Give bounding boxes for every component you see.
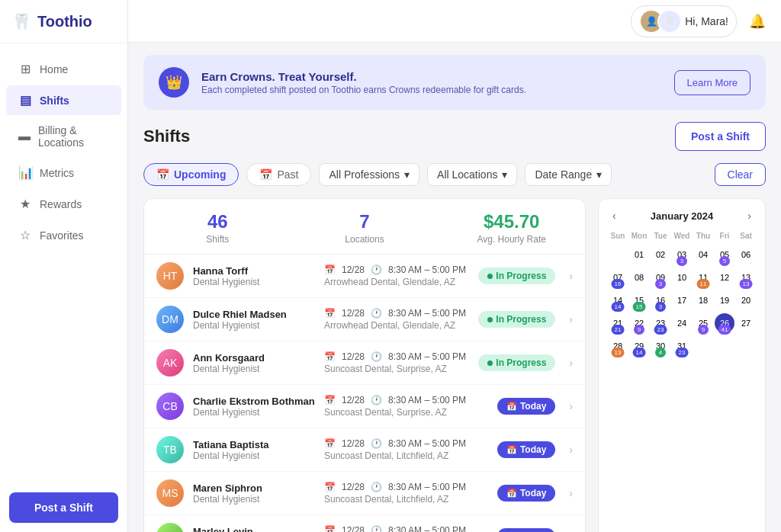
shift-avatar: MS: [156, 479, 184, 507]
cal-badge: 23: [676, 348, 689, 357]
cal-cell[interactable]: 2641: [715, 313, 734, 333]
bell-icon[interactable]: 🔔: [749, 13, 766, 30]
badge-cal-icon: 📅: [506, 445, 517, 455]
shift-row[interactable]: ML Marley Levin Dental Hygienist 📅 12/28…: [144, 515, 585, 532]
shift-status: In Progress: [478, 311, 555, 328]
shift-status: 📅Today: [497, 485, 555, 502]
shift-row[interactable]: MS Maren Siphron Dental Hygienist 📅 12/2…: [144, 472, 585, 515]
cal-cell[interactable]: 02: [651, 245, 670, 264]
main-area: 👤 🦷 Hi, Mara! 🔔 👑 Earn Crowns. Treat You…: [128, 0, 781, 532]
topbar: 👤 🦷 Hi, Mara! 🔔: [128, 0, 781, 43]
cal-cell[interactable]: 27: [736, 313, 756, 333]
cal-cell[interactable]: 10: [672, 268, 692, 287]
cal-cell[interactable]: 2121: [608, 313, 628, 333]
calendar-prev-button[interactable]: ‹: [608, 208, 621, 223]
chevron-down-date: ▾: [596, 168, 602, 181]
cal-cell[interactable]: 20: [736, 290, 756, 310]
hi-text: Hi, Mara!: [685, 15, 728, 27]
date-range-dropdown[interactable]: Date Range ▾: [525, 163, 612, 186]
calendar-icon: 📅: [324, 482, 336, 492]
cal-cell[interactable]: 12: [715, 268, 734, 287]
sidebar-item-rewards[interactable]: ★ Rewards: [6, 189, 121, 219]
cal-badge: 9: [698, 325, 709, 335]
cal-cell[interactable]: 055: [715, 245, 734, 264]
sidebar-item-favorites[interactable]: ☆ Favorites: [6, 220, 121, 250]
clear-button[interactable]: Clear: [715, 163, 766, 186]
cal-cell[interactable]: 01: [629, 245, 649, 264]
crown-icon: 👑: [159, 67, 189, 98]
tab-upcoming[interactable]: 📅 Upcoming: [143, 163, 239, 186]
cal-cell[interactable]: 06: [736, 245, 756, 264]
status-badge: 📅Today: [497, 441, 555, 458]
cal-cell[interactable]: 093: [651, 268, 670, 287]
shift-avatar: CB: [156, 393, 184, 420]
shift-row[interactable]: AK Ann Korsgaard Dental Hygienist 📅 12/2…: [144, 341, 585, 385]
cal-cell[interactable]: 0716: [608, 268, 628, 287]
cal-cell[interactable]: 2813: [608, 336, 628, 356]
sidebar-item-home[interactable]: ⊞ Home: [6, 54, 121, 84]
badge-cal-icon: 📅: [506, 489, 517, 498]
calendar-icon: 📅: [324, 351, 336, 362]
cal-cell[interactable]: 2323: [651, 313, 670, 333]
clock-icon: 🕐: [371, 438, 382, 449]
cal-cell[interactable]: 19: [715, 290, 734, 310]
chevron-down-profession: ▾: [404, 168, 410, 181]
calendar-month-year: January 2024: [651, 210, 713, 222]
cal-badge: 3: [655, 279, 666, 289]
badge-cal-icon: 📅: [506, 402, 517, 412]
cal-cell[interactable]: 04: [693, 245, 713, 264]
shift-row[interactable]: TB Tatiana Baptista Dental Hygienist 📅 1…: [144, 428, 585, 472]
shift-row[interactable]: CB Charlie Ekstrom Bothman Dental Hygien…: [144, 385, 585, 428]
status-badge: 📅Today: [497, 398, 555, 415]
cal-cell[interactable]: 229: [629, 313, 649, 333]
shift-row[interactable]: HT Hanna Torff Dental Hygienist 📅 12/28 …: [144, 255, 585, 298]
shift-person: Ann Korsgaard Dental Hygienist: [193, 352, 315, 374]
user-area: 👤 🦷 Hi, Mara! 🔔: [631, 5, 766, 37]
user-pill[interactable]: 👤 🦷 Hi, Mara!: [631, 5, 737, 37]
cal-cell[interactable]: 3123: [672, 336, 692, 356]
sidebar-nav: ⊞ Home ▤ Shifts ▬ Billing & Locations 📊 …: [0, 43, 127, 483]
shift-status: 📅Today: [497, 441, 555, 458]
cal-badge: 9: [634, 325, 644, 335]
shift-details: 📅 12/28 🕐 8:30 AM – 5:00 PM Suncoast Den…: [324, 351, 469, 374]
shift-row[interactable]: DM Dulce Rhiel Madsen Dental Hygienist 📅…: [144, 298, 585, 341]
learn-more-button[interactable]: Learn More: [674, 70, 750, 95]
sidebar-item-metrics-label: Metrics: [40, 167, 74, 179]
logo-text: Toothio: [37, 13, 92, 30]
cal-cell[interactable]: 08: [629, 268, 649, 287]
sidebar-item-billing[interactable]: ▬ Billing & Locations: [6, 117, 121, 156]
cal-cell[interactable]: 1515: [629, 290, 649, 310]
cal-badge: 3: [655, 302, 666, 312]
cal-cell[interactable]: 1313: [736, 268, 756, 287]
shifts-header: Shifts Post a Shift: [143, 122, 766, 151]
shift-person: Charlie Ekstrom Bothman Dental Hygienist: [193, 396, 315, 418]
sidebar-item-favorites-label: Favorites: [40, 229, 84, 242]
sidebar-item-home-label: Home: [40, 63, 68, 75]
profession-dropdown[interactable]: All Professions ▾: [319, 163, 419, 186]
calendar-icon: 📅: [324, 308, 336, 319]
rewards-icon: ★: [18, 197, 32, 211]
tab-past[interactable]: 📅 Past: [246, 163, 311, 186]
cal-cell[interactable]: 163: [651, 290, 670, 310]
post-shift-button[interactable]: Post a Shift: [675, 122, 766, 151]
cal-cell[interactable]: 304: [651, 336, 670, 356]
cal-cell[interactable]: 2914: [629, 336, 649, 356]
shift-location: Arrowhead Dental, Glendale, AZ: [324, 320, 469, 331]
status-dot: [487, 317, 493, 322]
cal-cell[interactable]: 033: [672, 245, 692, 264]
cal-cell[interactable]: 1111: [693, 268, 713, 287]
cal-cell[interactable]: 24: [672, 313, 692, 333]
location-dropdown[interactable]: All Locations ▾: [427, 163, 517, 186]
cal-cell[interactable]: 1414: [608, 290, 628, 310]
shift-role: Dental Hygienist: [193, 320, 315, 331]
cal-badge: 21: [612, 325, 625, 335]
calendar-next-button[interactable]: ›: [743, 208, 756, 223]
sidebar-post-shift-button[interactable]: Post a Shift: [9, 492, 118, 523]
cal-cell: [736, 336, 756, 356]
cal-badge: 13: [612, 348, 625, 357]
sidebar-item-shifts[interactable]: ▤ Shifts: [6, 85, 121, 115]
cal-cell[interactable]: 17: [672, 290, 692, 310]
cal-cell[interactable]: 259: [693, 313, 713, 333]
cal-cell[interactable]: 18: [693, 290, 713, 310]
sidebar-item-metrics[interactable]: 📊 Metrics: [6, 158, 121, 187]
